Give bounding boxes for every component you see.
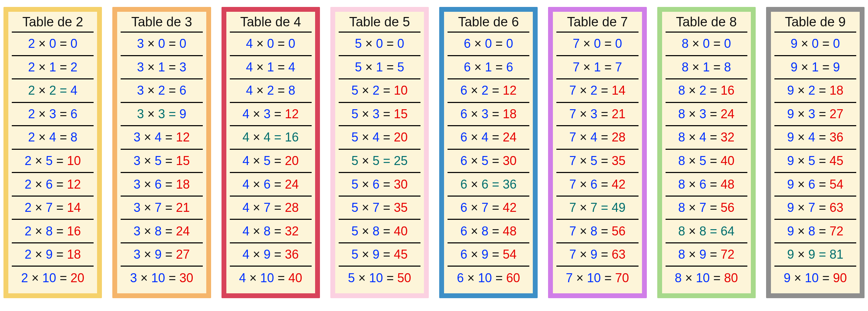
multiplier: 10: [805, 271, 819, 285]
table-title: Table de 9: [774, 12, 856, 33]
multiplicand: 2: [25, 224, 32, 239]
table-row: 6×9=54: [448, 243, 529, 267]
times-symbol: ×: [257, 83, 264, 98]
table-row: 8×1=8: [666, 56, 747, 80]
multiplicand: 4: [243, 130, 250, 145]
product: 54: [503, 247, 517, 262]
times-symbol: ×: [362, 177, 369, 192]
multiplier: 5: [373, 154, 380, 168]
product: 27: [830, 107, 843, 121]
multiplicand: 8: [682, 60, 689, 75]
multiplier: 4: [49, 130, 56, 145]
equals-symbol: =: [168, 60, 176, 75]
table-row: 9×8=72: [774, 220, 856, 243]
table-row: 9×0=0: [774, 33, 856, 56]
multiplicand: 9: [787, 130, 794, 145]
times-symbol: ×: [689, 224, 696, 239]
times-symbol: ×: [257, 60, 264, 75]
equals-symbol: =: [713, 271, 721, 285]
times-symbol: ×: [798, 200, 805, 215]
multiplicand: 8: [678, 83, 685, 98]
equals-symbol: =: [278, 60, 285, 75]
equals-symbol: =: [710, 247, 717, 262]
product: 6: [179, 83, 186, 98]
table-row: 9×7=63: [774, 197, 856, 220]
equals-symbol: =: [278, 36, 285, 51]
multiplicand: 2: [28, 107, 35, 121]
table-title: Table de 7: [556, 12, 638, 33]
multiplier: 8: [700, 224, 706, 239]
multiplicand: 7: [573, 60, 580, 75]
table-row: 4×1=4: [230, 56, 312, 80]
multiplicand: 7: [569, 107, 576, 121]
table-row: 6×1=6: [448, 56, 529, 80]
multiplier: 10: [587, 271, 601, 285]
product: 18: [830, 83, 843, 98]
multiplicand: 5: [351, 130, 358, 145]
times-symbol: ×: [471, 247, 478, 262]
times-symbol: ×: [362, 200, 369, 215]
times-symbol: ×: [365, 36, 373, 51]
product: 10: [67, 154, 81, 168]
equals-symbol: =: [56, 247, 63, 262]
product: 2: [70, 60, 77, 75]
multiplier: 2: [267, 83, 274, 98]
multiplier: 5: [590, 154, 597, 168]
product: 9: [179, 107, 186, 121]
equals-symbol: =: [165, 177, 172, 192]
multiplication-table-2: Table de 22×0=02×1=22×2=42×3=62×4=82×5=1…: [3, 7, 102, 298]
equals-symbol: =: [819, 200, 826, 215]
multiplier: 0: [485, 36, 492, 51]
table-row: 7×0=0: [556, 33, 638, 56]
product: 18: [503, 107, 517, 121]
multiplicand: 8: [678, 200, 685, 215]
multiplier: 6: [590, 177, 597, 192]
multiplier: 10: [42, 271, 56, 285]
multiplier: 0: [158, 36, 165, 51]
multiplicand: 3: [137, 107, 144, 121]
product: 36: [830, 130, 843, 145]
table-row: 7×9=63: [556, 243, 638, 267]
multiplicand: 5: [355, 60, 362, 75]
multiplicand: 9: [787, 107, 794, 121]
multiplier: 7: [373, 200, 380, 215]
table-row: 5×5=25: [339, 150, 420, 173]
times-symbol: ×: [801, 60, 808, 75]
product: 81: [830, 247, 843, 262]
equals-symbol: =: [492, 200, 499, 215]
product: 5: [397, 60, 404, 75]
product: 24: [721, 107, 735, 121]
times-symbol: ×: [798, 154, 805, 168]
table-row: 7×3=21: [556, 103, 638, 127]
product: 24: [285, 177, 299, 192]
multiplicand: 2: [25, 247, 32, 262]
product: 49: [611, 200, 625, 215]
table-row: 2×2=4: [12, 79, 94, 103]
product: 45: [830, 154, 843, 168]
equals-symbol: =: [710, 177, 717, 192]
table-row: 9×10=90: [774, 267, 856, 289]
times-symbol: ×: [362, 224, 369, 239]
equals-symbol: =: [604, 60, 611, 75]
multiplicand: 4: [243, 224, 250, 239]
multiplicand: 5: [355, 36, 362, 51]
equals-symbol: =: [713, 36, 721, 51]
multiplicand: 8: [678, 130, 685, 145]
multiplicand: 7: [569, 247, 576, 262]
equals-symbol: =: [601, 177, 608, 192]
multiplier: 4: [700, 130, 706, 145]
table-title: Table de 6: [448, 12, 529, 33]
multiplier: 9: [808, 247, 815, 262]
multiplier: 9: [590, 247, 597, 262]
equals-symbol: =: [383, 107, 390, 121]
multiplicand: 2: [25, 177, 32, 192]
multiplicand: 3: [133, 224, 140, 239]
equals-symbol: =: [713, 60, 721, 75]
equals-symbol: =: [601, 247, 608, 262]
multiplier: 5: [46, 154, 53, 168]
equals-symbol: =: [819, 154, 826, 168]
multiplier: 10: [260, 271, 274, 285]
product: 24: [503, 130, 517, 145]
product: 32: [721, 130, 735, 145]
multiplier: 8: [46, 224, 53, 239]
